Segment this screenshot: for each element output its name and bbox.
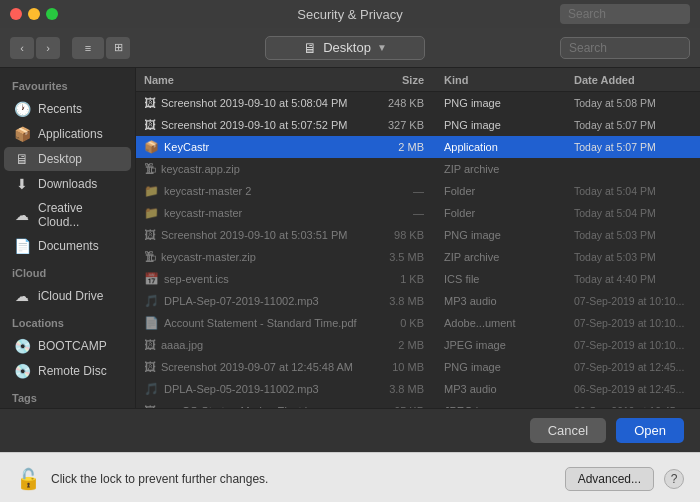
security-bar: 🔓 Click the lock to prevent further chan… <box>0 452 700 502</box>
cancel-button[interactable]: Cancel <box>530 418 606 443</box>
file-kind: ICS file <box>444 273 574 285</box>
icloud-label: iCloud <box>0 259 135 283</box>
file-type-icon: 📁 <box>144 206 159 220</box>
back-button[interactable]: ‹ <box>10 37 34 59</box>
sidebar-item-label: Desktop <box>38 152 82 166</box>
file-date: 07-Sep-2019 at 10:10... <box>574 295 692 307</box>
icon-view-button[interactable]: ≡ <box>72 37 104 59</box>
sidebar-item-remote-disc[interactable]: 💿 Remote Disc <box>4 359 131 383</box>
applications-icon: 📦 <box>14 126 30 142</box>
sidebar-item-creative-cloud[interactable]: ☁ Creative Cloud... <box>4 197 131 233</box>
file-type-icon: 🖼 <box>144 118 156 132</box>
file-size: — <box>364 185 444 197</box>
file-kind: ZIP archive <box>444 163 574 175</box>
documents-icon: 📄 <box>14 238 30 254</box>
location-selector[interactable]: 🖥 Desktop ▼ <box>265 36 425 60</box>
file-kind: PNG image <box>444 97 574 109</box>
file-type-icon: 🖼 <box>144 404 156 408</box>
file-type-icon: 📄 <box>144 316 159 330</box>
file-size: 1 KB <box>364 273 444 285</box>
table-row[interactable]: 🗜 keycastr-master.zip 3.5 MB ZIP archive… <box>136 246 700 268</box>
minimize-button[interactable] <box>28 8 40 20</box>
recents-icon: 🕐 <box>14 101 30 117</box>
file-date: Today at 5:03 PM <box>574 251 692 263</box>
file-date: Today at 4:40 PM <box>574 273 692 285</box>
sidebar: Favourites 🕐 Recents 📦 Applications 🖥 De… <box>0 68 136 408</box>
file-date: Today at 5:04 PM <box>574 185 692 197</box>
open-button[interactable]: Open <box>616 418 684 443</box>
table-row[interactable]: 🖼 Screenshot 2019-09-10 at 5:08:04 PM 24… <box>136 92 700 114</box>
file-dialog: ‹ › ≡ ⊞ 🖥 Desktop ▼ Favourites 🕐 Recents… <box>0 28 700 452</box>
dialog-footer: Cancel Open <box>0 408 700 452</box>
file-size: 3.8 MB <box>364 295 444 307</box>
table-row[interactable]: 🎵 DPLA-Sep-05-2019-11002.mp3 3.8 MB MP3 … <box>136 378 700 400</box>
sidebar-item-documents[interactable]: 📄 Documents <box>4 234 131 258</box>
file-date: 06-Sep-2019 at 12:45... <box>574 405 692 408</box>
list-view-button[interactable]: ⊞ <box>106 37 130 59</box>
table-row[interactable]: 📄 Account Statement - Standard Time.pdf … <box>136 312 700 334</box>
sidebar-item-applications[interactable]: 📦 Applications <box>4 122 131 146</box>
table-row[interactable]: 🗜 keycastr.app.zip ZIP archive <box>136 158 700 180</box>
traffic-lights <box>10 8 58 20</box>
creative-cloud-icon: ☁ <box>14 207 30 223</box>
sidebar-item-label: Downloads <box>38 177 97 191</box>
sidebar-item-label: Remote Disc <box>38 364 107 378</box>
file-size: 3.8 MB <box>364 383 444 395</box>
lock-icon[interactable]: 🔓 <box>16 467 41 491</box>
security-text: Click the lock to prevent further change… <box>51 472 555 486</box>
sidebar-item-downloads[interactable]: ⬇ Downloads <box>4 172 131 196</box>
table-row[interactable]: 🖼 Screenshot 2019-09-07 at 12:45:48 AM 1… <box>136 356 700 378</box>
table-row[interactable]: 🎵 DPLA-Sep-07-2019-11002.mp3 3.8 MB MP3 … <box>136 290 700 312</box>
file-kind: PNG image <box>444 229 574 241</box>
table-row[interactable]: 📁 keycastr-master 2 — Folder Today at 5:… <box>136 180 700 202</box>
file-kind: MP3 audio <box>444 295 574 307</box>
file-type-icon: 🖼 <box>144 96 156 110</box>
file-name-text: Screenshot 2019-09-10 at 5:07:52 PM <box>161 119 348 131</box>
file-size: 65 KB <box>364 405 444 408</box>
sidebar-item-bootcamp[interactable]: 💿 BOOTCAMP <box>4 334 131 358</box>
forward-button[interactable]: › <box>36 37 60 59</box>
table-row[interactable]: 📦 KeyCastr 2 MB Application Today at 5:0… <box>136 136 700 158</box>
file-name-text: keycastr-master <box>164 207 242 219</box>
file-type-icon: 🖼 <box>144 360 156 374</box>
sidebar-item-label: Recents <box>38 102 82 116</box>
file-size: — <box>364 207 444 219</box>
file-name-text: Screenshot 2019-09-10 at 5:08:04 PM <box>161 97 348 109</box>
search-input[interactable] <box>560 37 690 59</box>
file-size: 0 KB <box>364 317 444 329</box>
file-type-icon: 📅 <box>144 272 159 286</box>
content-area: Favourites 🕐 Recents 📦 Applications 🖥 De… <box>0 68 700 408</box>
close-button[interactable] <box>10 8 22 20</box>
locations-label: Locations <box>0 309 135 333</box>
sidebar-item-desktop[interactable]: 🖥 Desktop <box>4 147 131 171</box>
table-row[interactable]: 📁 keycastr-master — Folder Today at 5:04… <box>136 202 700 224</box>
table-row[interactable]: 🖼 aaaa.jpg 2 MB JPEG image 07-Sep-2019 a… <box>136 334 700 356</box>
table-row[interactable]: 🖼 Screenshot 2019-09-10 at 5:03:51 PM 98… <box>136 224 700 246</box>
maximize-button[interactable] <box>46 8 58 20</box>
chevron-down-icon: ▼ <box>377 42 387 53</box>
file-list-header: Name Size Kind Date Added <box>136 68 700 92</box>
file-name-text: KeyCastr <box>164 141 209 153</box>
file-size: 2 MB <box>364 339 444 351</box>
table-row[interactable]: 🖼 Screenshot 2019-09-10 at 5:07:52 PM 32… <box>136 114 700 136</box>
help-button[interactable]: ? <box>664 469 684 489</box>
favourites-label: Favourites <box>0 72 135 96</box>
table-row[interactable]: 📅 sep-event.ics 1 KB ICS file Today at 4… <box>136 268 700 290</box>
advanced-button[interactable]: Advanced... <box>565 467 654 491</box>
sidebar-item-label: Documents <box>38 239 99 253</box>
file-date: Today at 5:08 PM <box>574 97 692 109</box>
file-name-text: DPLA-Sep-05-2019-11002.mp3 <box>164 383 319 395</box>
sidebar-item-label: iCloud Drive <box>38 289 103 303</box>
file-date: Today at 5:03 PM <box>574 229 692 241</box>
file-kind: MP3 audio <box>444 383 574 395</box>
file-date: Today at 5:07 PM <box>574 141 692 153</box>
sidebar-item-icloud-drive[interactable]: ☁ iCloud Drive <box>4 284 131 308</box>
toolbar: ‹ › ≡ ⊞ 🖥 Desktop ▼ <box>0 28 700 68</box>
file-kind: JPEG image <box>444 339 574 351</box>
title-search-input[interactable] <box>560 4 690 24</box>
col-size-header: Size <box>364 74 444 86</box>
file-type-icon: 🎵 <box>144 382 159 396</box>
file-name-text: keycastr.app.zip <box>161 163 240 175</box>
sidebar-item-recents[interactable]: 🕐 Recents <box>4 97 131 121</box>
table-row[interactable]: 🖼 macOS-Startup-Modes-Elect.jpg 65 KB JP… <box>136 400 700 408</box>
